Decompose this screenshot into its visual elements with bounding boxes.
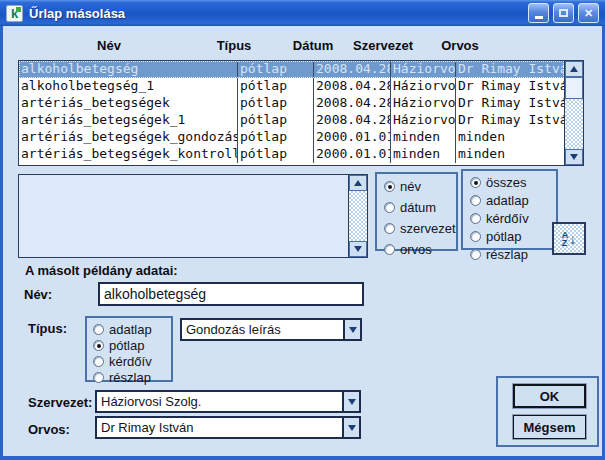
radio-filter-potlap[interactable]: pótlap bbox=[470, 229, 550, 244]
nev-input[interactable]: alkoholbetegség bbox=[98, 282, 364, 306]
table-cell: 2008.04.28 bbox=[314, 78, 391, 95]
listbox-scrollbar[interactable] bbox=[348, 175, 367, 257]
column-header-tipus: Típus bbox=[217, 38, 252, 53]
radio-tipus-kerdoiv[interactable]: kérdőív bbox=[93, 354, 167, 369]
radio-icon bbox=[93, 340, 104, 351]
arrow-up-icon bbox=[354, 180, 362, 186]
chevron-down-icon bbox=[348, 399, 356, 405]
szervezet-dropdown[interactable]: Háziorvosi Szolg. bbox=[95, 390, 361, 413]
table-cell: minden bbox=[456, 146, 564, 163]
table-cell: minden bbox=[391, 146, 456, 163]
table-cell: artériás_betegségek_kontroll bbox=[19, 146, 238, 163]
tipus-radio-group: adatlappótlapkérdőívrészlap bbox=[85, 316, 173, 382]
radio-sort-datum[interactable]: dátum bbox=[384, 200, 450, 215]
column-header-orvos: Orvos bbox=[441, 38, 479, 53]
table-cell: 2008.04.28 bbox=[314, 61, 391, 78]
table-cell: pótlap bbox=[238, 61, 314, 78]
table-row[interactable]: artériás_betegségek_1pótlap2008.04.28Ház… bbox=[19, 112, 564, 129]
copy-section-title: A másolt példány adatai: bbox=[25, 263, 178, 278]
dropdown-button[interactable] bbox=[342, 418, 359, 437]
orvos-dropdown[interactable]: Dr Rimay István bbox=[95, 416, 361, 439]
action-buttons-panel: OK Mégsem bbox=[496, 376, 599, 447]
table-cell: Háziorvosi bbox=[391, 78, 456, 95]
minimize-button[interactable] bbox=[528, 3, 549, 23]
table-cell: pótlap bbox=[238, 112, 314, 129]
table-cell: Dr Rimay Istvá bbox=[456, 78, 564, 95]
table-cell: 2000.01.01 bbox=[314, 146, 391, 163]
dialog-window: k Űrlap másolása ✕ Név Típus Dátum Szerv… bbox=[0, 0, 605, 460]
table-row[interactable]: artériás_betegségek_kontrollpótlap2000.0… bbox=[19, 146, 564, 163]
radio-filter-reszlap[interactable]: részlap bbox=[470, 247, 550, 262]
dropdown-button[interactable] bbox=[342, 392, 359, 411]
radio-icon bbox=[470, 231, 481, 242]
table-scrollbar[interactable] bbox=[564, 61, 583, 165]
forms-table: alkoholbetegségpótlap2008.04.28Háziorvos… bbox=[18, 60, 584, 166]
sort-az-button[interactable]: AZ ↓ bbox=[552, 222, 586, 255]
ok-button[interactable]: OK bbox=[513, 384, 586, 408]
dropdown-button[interactable] bbox=[343, 320, 360, 339]
radio-filter-adatlap[interactable]: adatlap bbox=[470, 193, 550, 208]
app-icon: k bbox=[6, 5, 23, 22]
maximize-icon bbox=[559, 9, 568, 17]
dialog-client-area: Név Típus Dátum Szervezet Orvos alkoholb… bbox=[3, 26, 602, 456]
minimize-icon bbox=[535, 16, 543, 19]
table-row[interactable]: alkoholbetegségpótlap2008.04.28Háziorvos… bbox=[19, 61, 564, 78]
table-cell: Háziorvosi bbox=[391, 95, 456, 112]
arrow-up-icon bbox=[570, 66, 578, 72]
radio-label: részlap bbox=[109, 370, 151, 385]
radio-tipus-adatlap[interactable]: adatlap bbox=[93, 322, 167, 337]
radio-icon bbox=[384, 244, 395, 255]
radio-icon bbox=[470, 213, 481, 224]
table-cell: Dr Rimay Istvá bbox=[456, 95, 564, 112]
scroll-down-button[interactable] bbox=[565, 149, 583, 165]
scrollbar-thumb[interactable] bbox=[565, 77, 583, 99]
table-cell: pótlap bbox=[238, 78, 314, 95]
radio-filter-osszes[interactable]: összes bbox=[470, 175, 550, 190]
szervezet-label: Szervezet: bbox=[28, 395, 92, 410]
table-cell: minden bbox=[391, 129, 456, 146]
table-row[interactable]: artériás_betegségek_gondozáspótlap2000.0… bbox=[19, 129, 564, 146]
table-row[interactable]: alkoholbetegség_1pótlap2008.04.28Háziorv… bbox=[19, 78, 564, 95]
radio-sort-nev[interactable]: név bbox=[384, 179, 450, 194]
tipus-dropdown[interactable]: Gondozás leírás bbox=[180, 318, 362, 341]
scroll-down-button[interactable] bbox=[349, 241, 367, 257]
radio-label: pótlap bbox=[486, 229, 521, 244]
table-cell: artériás_betegségek_1 bbox=[19, 112, 238, 129]
close-icon: ✕ bbox=[584, 8, 593, 19]
scroll-up-button[interactable] bbox=[349, 175, 367, 191]
radio-label: összes bbox=[486, 175, 526, 190]
close-button[interactable]: ✕ bbox=[578, 3, 599, 23]
window-title: Űrlap másolása bbox=[29, 6, 125, 21]
cancel-button[interactable]: Mégsem bbox=[513, 415, 586, 439]
scroll-up-button[interactable] bbox=[565, 61, 583, 77]
table-cell: pótlap bbox=[238, 129, 314, 146]
radio-label: pótlap bbox=[109, 338, 144, 353]
arrow-down-icon bbox=[570, 154, 578, 160]
arrow-down-icon bbox=[354, 246, 362, 252]
table-cell: Dr Rimay Istvá bbox=[456, 61, 564, 78]
radio-tipus-reszlap[interactable]: részlap bbox=[93, 370, 167, 385]
table-cell: alkoholbetegség bbox=[19, 61, 238, 78]
radio-icon bbox=[470, 249, 481, 260]
orvos-label: Orvos: bbox=[28, 422, 70, 437]
sort-by-radio-group: névdátumszervezetorvos bbox=[375, 172, 458, 251]
table-row[interactable]: artériás_betegségekpótlap2008.04.28Házio… bbox=[19, 95, 564, 112]
radio-label: kérdőív bbox=[486, 211, 529, 226]
radio-icon bbox=[384, 181, 395, 192]
radio-icon bbox=[93, 372, 104, 383]
radio-sort-szervezet[interactable]: szervezet bbox=[384, 221, 450, 236]
table-cell: 2000.01.01 bbox=[314, 129, 391, 146]
table-cell: alkoholbetegség_1 bbox=[19, 78, 238, 95]
chevron-down-icon bbox=[349, 327, 357, 333]
chevron-down-icon bbox=[348, 425, 356, 431]
table-cell: Háziorvosi bbox=[391, 112, 456, 129]
results-listbox[interactable] bbox=[18, 174, 368, 258]
radio-label: szervezet bbox=[400, 221, 456, 236]
radio-sort-orvos[interactable]: orvos bbox=[384, 242, 450, 257]
maximize-button[interactable] bbox=[553, 3, 574, 23]
column-header-szervezet: Szervezet bbox=[353, 38, 413, 53]
radio-tipus-potlap[interactable]: pótlap bbox=[93, 338, 167, 353]
table-cell: minden bbox=[456, 129, 564, 146]
table-cell: 2008.04.28 bbox=[314, 112, 391, 129]
radio-filter-kerdoiv[interactable]: kérdőív bbox=[470, 211, 550, 226]
